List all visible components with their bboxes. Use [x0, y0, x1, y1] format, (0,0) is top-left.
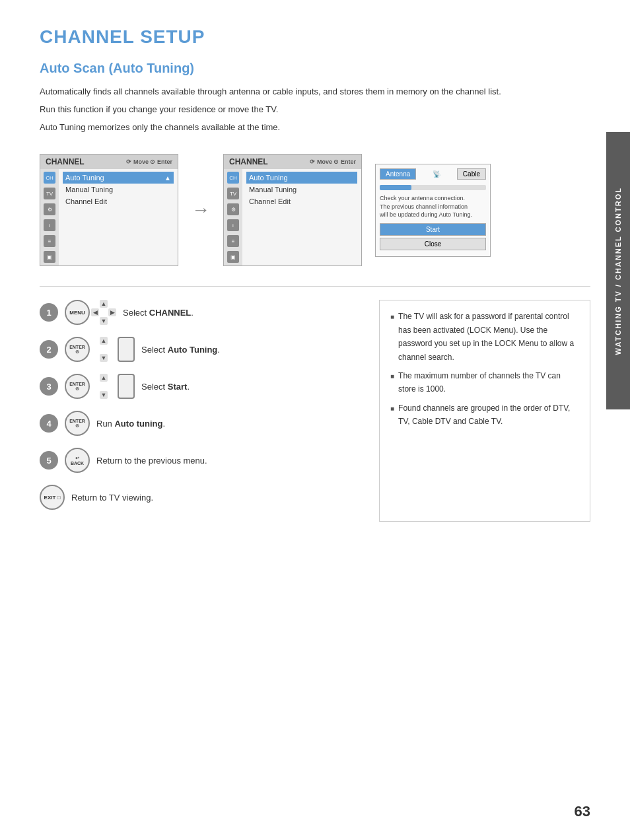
- steps-left: 1 MENU ▲ ◀ ▶ ▼ Select CHANNEL: [40, 300, 359, 522]
- nav-cross-1: ▲ ◀ ▶ ▼: [91, 300, 116, 325]
- diagram-area: CHANNEL ⟳ Move ⊙ Enter CH TV ⚙ i ≡ ▣ Aut…: [40, 154, 590, 266]
- icon-settings: ⚙: [44, 203, 55, 215]
- tv-menu-2-header: CHANNEL ⟳ Move ⊙ Enter: [224, 155, 361, 169]
- diagram-arrow: →: [192, 199, 210, 221]
- tv-menu-2: CHANNEL ⟳ Move ⊙ Enter CH TV ⚙ i ≡ ▣ Aut…: [223, 154, 362, 266]
- tv-menu-2-nav: ⟳ Move ⊙ Enter: [310, 158, 356, 165]
- tv-menu-1: CHANNEL ⟳ Move ⊙ Enter CH TV ⚙ i ≡ ▣ Aut…: [40, 154, 178, 266]
- section-title: Auto Scan (Auto Tuning): [40, 61, 590, 76]
- step-1: 1 MENU ▲ ◀ ▶ ▼ Select CHANNEL: [40, 300, 359, 325]
- exit-button[interactable]: EXIT □: [40, 485, 65, 510]
- icon-info-2: i: [227, 219, 239, 231]
- step-4-buttons: ENTER⊙: [65, 411, 90, 436]
- icon-tv-2: TV: [227, 188, 239, 199]
- progress-bar-area: [380, 185, 486, 190]
- nav-cross-3: ▲ ▼: [91, 374, 116, 399]
- step-4: 4 ENTER⊙ Run Auto tuning.: [40, 411, 359, 436]
- progress-bar-fill: [380, 185, 411, 190]
- exit-text: Return to TV viewing.: [71, 493, 153, 503]
- popup-panel: Antenna 📡 Cable Check your antenna conne…: [375, 164, 491, 257]
- exit-buttons: EXIT □: [40, 485, 65, 510]
- icon-extra: ≡: [44, 235, 55, 247]
- step-1-text: Select CHANNEL.: [123, 308, 193, 318]
- step-2-bold: Auto Tuning: [168, 345, 218, 355]
- menu-item-manual-tuning-2: Manual Tuning: [246, 184, 357, 195]
- select-rect-3[interactable]: [118, 374, 135, 399]
- step-num-3: 3: [40, 377, 58, 396]
- icon-input: ▣: [44, 251, 55, 263]
- step-1-bold: CHANNEL: [149, 308, 192, 318]
- step-num-5: 5: [40, 451, 58, 470]
- icon-channel-2: CH: [227, 172, 239, 184]
- notes-panel: The TV will ask for a password if parent…: [379, 300, 590, 522]
- step-3-buttons: ENTER⊙ ▲ ▼: [65, 374, 135, 399]
- note-2: The maximum number of channels the TV ca…: [390, 369, 579, 396]
- section-divider: [40, 286, 590, 287]
- icon-info: i: [44, 219, 55, 231]
- close-button[interactable]: Close: [380, 238, 486, 250]
- menu-button[interactable]: MENU: [65, 300, 90, 325]
- note-3: Found channels are grouped in the order …: [390, 402, 579, 429]
- menu-item-auto-tuning-1: Auto Tuning ▲: [63, 172, 174, 184]
- nav-cross-2: ▲ ▼: [91, 337, 116, 362]
- step-num-2: 2: [40, 340, 58, 359]
- sidebar-label-text: WATCHING TV / CHANNEL CONTROL: [614, 187, 622, 355]
- note-1: The TV will ask for a password if parent…: [390, 310, 579, 364]
- icon-input-2: ▣: [227, 251, 239, 263]
- popup-info-text: Check your antenna connection.The previo…: [380, 194, 486, 219]
- steps-area: 1 MENU ▲ ◀ ▶ ▼ Select CHANNEL: [40, 300, 590, 522]
- tv-menu-2-body: CH TV ⚙ i ≡ ▣ Auto Tuning Manual Tuning …: [224, 169, 361, 265]
- enter-button-3[interactable]: ENTER⊙: [65, 374, 90, 399]
- step-2-text: Select Auto Tuning.: [141, 345, 220, 355]
- icon-tv: TV: [44, 188, 55, 199]
- step-5-text: Return to the previous menu.: [96, 456, 207, 466]
- icon-extra-2: ≡: [227, 235, 239, 247]
- back-button[interactable]: ↩BACK: [65, 448, 90, 473]
- step-3-text: Select Start.: [141, 382, 190, 392]
- icon-settings-2: ⚙: [227, 203, 239, 215]
- antenna-cable-row: Antenna 📡 Cable: [380, 168, 486, 180]
- page-title: CHANNEL SETUP: [40, 26, 590, 48]
- cable-button[interactable]: Cable: [457, 168, 486, 180]
- start-button[interactable]: Start: [380, 223, 486, 236]
- icon-channel: CH: [44, 172, 55, 184]
- tv-menu-2-icons: CH TV ⚙ i ≡ ▣: [224, 169, 242, 265]
- tv-menu-1-items: Auto Tuning ▲ Manual Tuning Channel Edit: [59, 169, 178, 265]
- tv-menu-2-title: CHANNEL: [229, 157, 268, 166]
- page-number: 63: [575, 803, 590, 820]
- body-text-2: Run this function if you change your res…: [40, 103, 590, 117]
- step-5-buttons: ↩BACK: [65, 448, 90, 473]
- antenna-button[interactable]: Antenna: [380, 168, 416, 180]
- menu-item-auto-tuning-2: Auto Tuning: [246, 172, 357, 184]
- body-text-3: Auto Tuning memorizes only the channels …: [40, 121, 590, 135]
- step-4-bold: Auto tuning: [114, 419, 162, 429]
- step-5: 5 ↩BACK Return to the previous menu.: [40, 448, 359, 473]
- step-3: 3 ENTER⊙ ▲ ▼ Sel: [40, 374, 359, 399]
- tv-menu-1-title: CHANNEL: [46, 157, 85, 166]
- step-2: 2 ENTER⊙ ▲ ▼ Sel: [40, 337, 359, 362]
- step-4-text: Run Auto tuning.: [96, 419, 165, 429]
- menu-item-manual-tuning-1: Manual Tuning: [63, 184, 174, 195]
- step-1-buttons: MENU ▲ ◀ ▶ ▼: [65, 300, 116, 325]
- step-3-bold: Start: [168, 382, 188, 392]
- tv-menu-1-body: CH TV ⚙ i ≡ ▣ Auto Tuning ▲ Manual Tunin…: [40, 169, 178, 265]
- step-2-buttons: ENTER⊙ ▲ ▼: [65, 337, 135, 362]
- menu-item-channel-edit-1: Channel Edit: [63, 195, 174, 207]
- body-text-1: Automatically finds all channels availab…: [40, 85, 590, 99]
- sidebar-label: WATCHING TV / CHANNEL CONTROL: [606, 132, 630, 409]
- tv-menu-1-header: CHANNEL ⟳ Move ⊙ Enter: [40, 155, 178, 169]
- antenna-icon: 📡: [433, 170, 440, 178]
- tv-menu-2-items: Auto Tuning Manual Tuning Channel Edit: [242, 169, 361, 265]
- enter-button-2[interactable]: ENTER⊙: [65, 337, 90, 362]
- select-rect-2[interactable]: [118, 337, 135, 362]
- enter-button-4[interactable]: ENTER⊙: [65, 411, 90, 436]
- tv-menu-1-icons: CH TV ⚙ i ≡ ▣: [40, 169, 59, 265]
- tv-menu-1-nav: ⟳ Move ⊙ Enter: [126, 158, 172, 165]
- step-num-4: 4: [40, 414, 58, 433]
- progress-bar-bg: [380, 185, 486, 190]
- menu-item-channel-edit-2: Channel Edit: [246, 195, 357, 207]
- exit-step: EXIT □ Return to TV viewing.: [40, 485, 359, 510]
- step-num-1: 1: [40, 303, 58, 322]
